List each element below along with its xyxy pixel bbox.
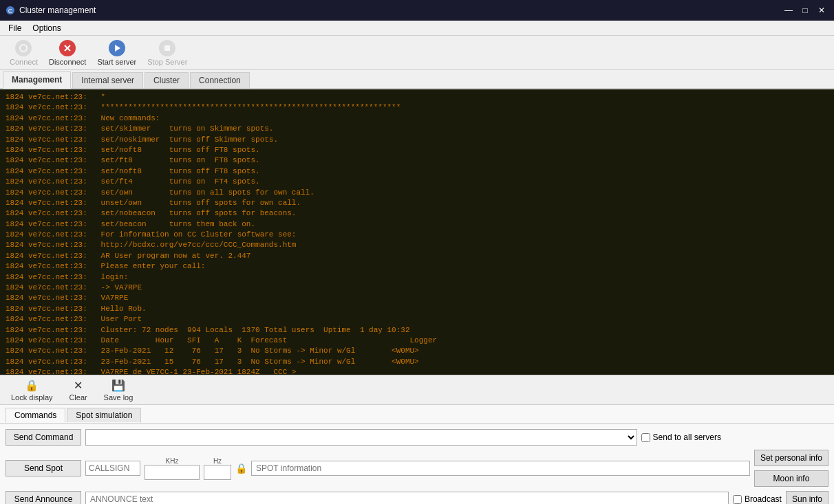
- tab-management[interactable]: Management: [3, 72, 71, 89]
- tab-cluster[interactable]: Cluster: [145, 72, 189, 88]
- sun-info-button[interactable]: Sun info: [786, 491, 828, 504]
- send-spot-row: Send Spot KHz 0 Hz 000 🔒 Set personal in…: [6, 450, 828, 487]
- disconnect-icon: [59, 40, 76, 56]
- clear-icon: ✕: [74, 379, 83, 392]
- svg-rect-5: [164, 45, 170, 51]
- khz-input[interactable]: 0: [145, 465, 200, 480]
- announce-text-input[interactable]: [85, 492, 729, 504]
- disconnect-button[interactable]: Disconnect: [45, 39, 90, 67]
- send-to-all-checkbox[interactable]: [641, 433, 650, 442]
- send-spot-button[interactable]: Send Spot: [6, 460, 81, 476]
- tab-internal-server[interactable]: Internal server: [72, 72, 143, 88]
- connect-button[interactable]: Connect: [6, 39, 42, 67]
- title-bar: C Cluster management — □ ✕: [0, 0, 834, 21]
- callsign-input[interactable]: [85, 461, 140, 476]
- bottom-toolbar: 🔒 Lock display ✕ Clear 💾 Save log: [0, 375, 834, 405]
- send-command-button[interactable]: Send Command: [6, 429, 81, 446]
- lock-icon: 🔒: [25, 379, 39, 392]
- spot-info-input[interactable]: [251, 461, 750, 476]
- toolbar: Connect Disconnect Start server Stop Ser…: [0, 36, 834, 70]
- menu-file[interactable]: File: [3, 22, 27, 34]
- svg-point-2: [20, 45, 27, 52]
- broadcast-group: Broadcast: [733, 494, 782, 504]
- commands-panel: Send Command Send to all servers Send Sp…: [0, 424, 834, 504]
- close-button[interactable]: ✕: [815, 3, 828, 17]
- clear-button[interactable]: ✕ Clear: [61, 377, 96, 403]
- connect-icon: [15, 40, 32, 56]
- start-server-icon: [109, 40, 125, 56]
- send-announce-button[interactable]: Send Announce: [6, 491, 81, 504]
- menu-options[interactable]: Options: [27, 22, 66, 34]
- freq-lock-icon[interactable]: 🔒: [235, 463, 247, 474]
- tab-connection[interactable]: Connection: [190, 72, 250, 88]
- console-output: 1824 ve7cc.net:23: * 1824 ve7cc.net:23: …: [0, 89, 834, 375]
- sub-tab-bar: Commands Spot simulation: [0, 405, 834, 424]
- app-icon: C: [6, 6, 15, 15]
- stop-server-button[interactable]: Stop Server: [143, 39, 191, 67]
- sub-tab-commands[interactable]: Commands: [6, 408, 65, 423]
- window-title: Cluster management: [19, 6, 96, 15]
- svg-text:C: C: [8, 8, 13, 14]
- main-tab-bar: Management Internal server Cluster Conne…: [0, 70, 834, 89]
- menu-bar: File Options: [0, 21, 834, 36]
- send-command-row: Send Command Send to all servers: [6, 429, 828, 446]
- save-log-button[interactable]: 💾 Save log: [98, 377, 139, 403]
- send-to-all-group: Send to all servers: [641, 432, 721, 442]
- hz-input[interactable]: 000: [204, 465, 231, 480]
- moon-info-button[interactable]: Moon info: [754, 470, 828, 487]
- sub-tab-spot-simulation[interactable]: Spot simulation: [67, 408, 141, 423]
- stop-server-icon: [159, 40, 175, 56]
- command-input[interactable]: [85, 429, 637, 446]
- minimize-button[interactable]: —: [782, 3, 795, 17]
- maximize-button[interactable]: □: [798, 3, 812, 17]
- send-announce-row: Send Announce Broadcast Sun info: [6, 491, 828, 504]
- broadcast-checkbox[interactable]: [733, 495, 742, 504]
- start-server-button[interactable]: Start server: [93, 39, 140, 67]
- save-icon: 💾: [111, 379, 125, 392]
- lock-display-button[interactable]: 🔒 Lock display: [6, 377, 58, 403]
- khz-label-group: KHz 0: [145, 457, 200, 480]
- set-personal-info-button[interactable]: Set personal info: [754, 450, 828, 466]
- hz-label-group: Hz 000: [204, 457, 231, 480]
